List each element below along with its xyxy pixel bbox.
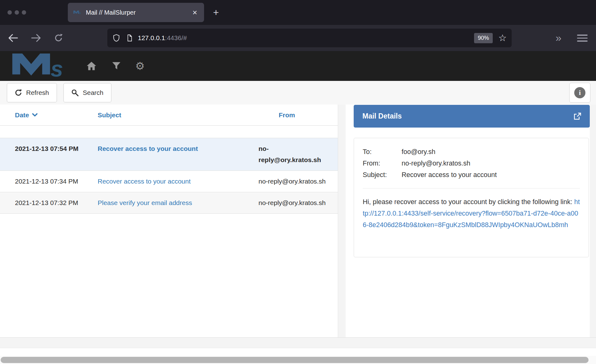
table-spacer	[0, 126, 338, 138]
menu-icon[interactable]	[577, 35, 588, 44]
mail-body-text: Hi, please recover access to your accoun…	[363, 198, 574, 206]
filter-icon[interactable]	[109, 51, 123, 81]
to-value: foo@ory.sh	[402, 146, 435, 158]
mail-from: no-reply@ory.kratos.sh	[258, 176, 332, 187]
refresh-button[interactable]: Refresh	[7, 83, 57, 102]
mail-details-header: Mail Details	[354, 105, 590, 128]
search-button[interactable]: Search	[63, 83, 111, 102]
field-from: From: no-reply@ory.kratos.sh	[363, 158, 580, 169]
mail-subject-link[interactable]: Please verify your email address	[98, 199, 192, 206]
svg-text:s: s	[79, 11, 81, 15]
mail-row[interactable]: 2021-12-13 07:34 PM Recover access to yo…	[0, 171, 338, 192]
tab-title: Mail // MailSlurper	[86, 9, 191, 16]
info-button[interactable]: i	[569, 83, 590, 103]
sort-chevron-down-icon	[32, 113, 38, 117]
svg-text:s: s	[51, 56, 63, 78]
mail-row[interactable]: 2021-12-13 07:54 PM Recover access to yo…	[0, 138, 338, 171]
mail-from: no-reply@ory.kratos.sh	[258, 143, 332, 166]
url-host: 127.0.0.1	[138, 34, 165, 41]
forward-icon[interactable]	[30, 32, 42, 44]
mail-from: no-reply@ory.kratos.sh	[258, 197, 332, 208]
mail-subject-link[interactable]: Recover access to your account	[98, 178, 191, 185]
browser-tab-bar: s Mail // MailSlurper × +	[0, 0, 596, 25]
home-icon[interactable]	[85, 51, 98, 81]
zoom-level-badge[interactable]: 90%	[474, 33, 493, 43]
url-bar[interactable]: 127.0.0.1:4436/# 90% ☆	[107, 29, 512, 47]
details-divider	[363, 188, 580, 189]
column-header-subject[interactable]: Subject	[98, 111, 255, 119]
browser-tab[interactable]: s Mail // MailSlurper ×	[68, 3, 204, 22]
new-tab-button[interactable]: +	[213, 7, 219, 17]
right-gutter	[590, 105, 596, 337]
shield-icon[interactable]	[112, 34, 120, 42]
mail-table-header: Date Subject From	[0, 105, 338, 126]
url-path: :4436/#	[165, 34, 187, 41]
mail-date: 2021-12-13 07:54 PM	[15, 143, 82, 166]
panel-divider	[338, 105, 346, 337]
from-label: From:	[363, 158, 402, 169]
mail-body: Hi, please recover access to your accoun…	[363, 196, 580, 231]
mail-subject: Please verify your email address	[98, 197, 258, 208]
mail-details-title: Mail Details	[362, 112, 573, 120]
window-dot[interactable]	[22, 10, 26, 15]
info-icon: i	[574, 87, 585, 98]
mailslurper-favicon: s	[73, 9, 81, 16]
subject-label: Subject:	[363, 169, 402, 181]
horizontal-scrollbar-thumb[interactable]	[1, 357, 589, 363]
toolbar-overflow-icon[interactable]: »	[556, 32, 560, 44]
browser-nav-bar: 127.0.0.1:4436/# 90% ☆ »	[0, 25, 596, 51]
column-header-date[interactable]: Date	[15, 111, 98, 119]
bookmark-star-icon[interactable]: ☆	[498, 33, 507, 43]
mail-date: 2021-12-13 07:32 PM	[15, 197, 82, 208]
field-to: To: foo@ory.sh	[363, 146, 580, 158]
mail-date: 2021-12-13 07:34 PM	[15, 176, 82, 187]
bottom-strip	[0, 337, 596, 348]
subject-value: Recover access to your account	[402, 169, 497, 181]
refresh-icon	[15, 89, 22, 96]
column-header-from[interactable]: From	[255, 111, 332, 119]
mail-details-card: To: foo@ory.sh From: no-reply@ory.kratos…	[354, 138, 589, 257]
mail-subject: Recover access to your account	[98, 143, 258, 166]
back-icon[interactable]	[7, 32, 19, 44]
gear-icon[interactable]: ⚙	[133, 51, 147, 81]
window-dot[interactable]	[15, 10, 19, 15]
field-subject: Subject: Recover access to your account	[363, 169, 580, 181]
horizontal-scrollbar[interactable]	[0, 356, 596, 364]
search-label: Search	[83, 89, 104, 96]
to-label: To:	[363, 146, 402, 158]
window-dot[interactable]	[7, 10, 12, 15]
page-info-icon[interactable]	[126, 34, 133, 42]
mail-row[interactable]: 2021-12-13 07:32 PM Please verify your e…	[0, 192, 338, 214]
app-header: s ⚙	[0, 51, 596, 81]
mail-list-panel: Date Subject From 2021-12-13 07:54 PM Re…	[0, 105, 338, 337]
search-icon	[71, 89, 79, 96]
tab-close-icon[interactable]: ×	[191, 8, 198, 16]
url-text[interactable]: 127.0.0.1:4436/#	[138, 34, 474, 42]
open-external-icon[interactable]	[573, 112, 582, 121]
window-controls[interactable]	[7, 10, 26, 15]
mailslurper-logo: s	[9, 54, 71, 78]
mail-subject-link[interactable]: Recover access to your account	[98, 145, 198, 152]
bottom-band	[0, 348, 596, 356]
main-content: Date Subject From 2021-12-13 07:54 PM Re…	[0, 105, 596, 337]
mail-subject: Recover access to your account	[98, 176, 258, 187]
reload-icon[interactable]	[52, 32, 65, 44]
from-value: no-reply@ory.kratos.sh	[402, 158, 470, 169]
action-toolbar: Refresh Search i	[0, 81, 596, 105]
refresh-label: Refresh	[26, 89, 49, 96]
